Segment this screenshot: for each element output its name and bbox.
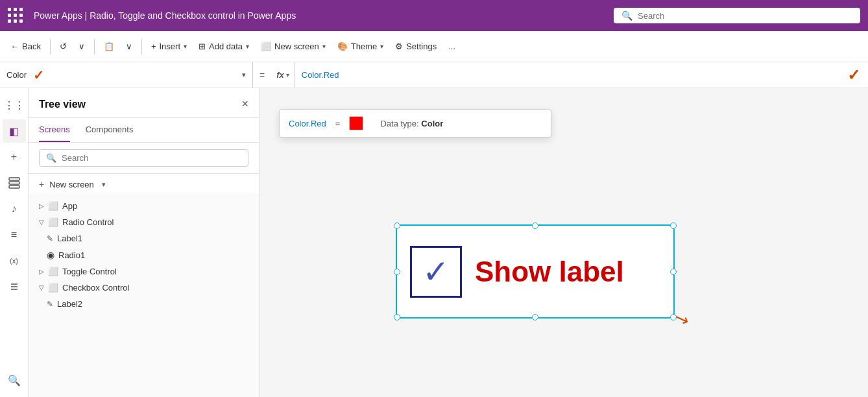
tab-screens[interactable]: Screens (39, 118, 70, 142)
radio-icon: ◉ (47, 250, 54, 260)
data-icon[interactable] (3, 171, 26, 195)
more-button[interactable]: ... (443, 38, 461, 54)
topbar: Power Apps | Radio, Toggle and Checkbox … (0, 0, 868, 31)
checkbox-check-icon: ✓ (422, 256, 450, 288)
undo-button[interactable]: ↺ (54, 38, 72, 54)
panel-search-input[interactable] (62, 153, 241, 163)
formula-property-selector[interactable]: Color ✓ ▾ (0, 62, 253, 88)
tree-item-app[interactable]: ▷ ⬜ App (29, 198, 259, 214)
tree-collapse-icon[interactable]: ▽ (39, 219, 44, 226)
add-data-chevron-icon: ▾ (246, 43, 249, 50)
add-data-button[interactable]: ⊞ Add data ▾ (193, 38, 254, 54)
brush-icon[interactable]: ≡ (3, 223, 26, 247)
insert-chevron-icon: ▾ (184, 43, 187, 50)
settings-button[interactable]: ⚙ Settings (390, 38, 442, 54)
clipboard-button[interactable]: 📋 (99, 38, 119, 54)
autocomplete-type-label: Data type: Color (380, 119, 443, 128)
equals-sign: = (253, 70, 271, 80)
panel-close-button[interactable]: × (241, 97, 248, 111)
sep1 (50, 39, 51, 54)
tree-expand-icon[interactable]: ▷ (39, 202, 44, 210)
grid-icon[interactable]: ⋮⋮ (3, 93, 26, 117)
new-screen-icon: ⬜ (261, 42, 271, 51)
theme-button[interactable]: 🎨 Theme ▾ (332, 38, 389, 54)
tree-item-radio1[interactable]: ◉ Radio1 (29, 247, 259, 263)
new-screen-row[interactable]: + New screen ▾ (29, 174, 259, 195)
tree-item-radio-control[interactable]: ▽ ⬜ Radio Control (29, 214, 259, 230)
redo-dropdown-button[interactable]: ∨ (73, 38, 90, 54)
plus-icon: + (39, 179, 44, 189)
search-icon: 🔍 (46, 153, 56, 163)
tree-item-label1[interactable]: ✎ Label1 (29, 230, 259, 247)
handle-bl[interactable] (394, 314, 400, 320)
tree-view: ▷ ⬜ App ▽ ⬜ Radio Control ✎ Label1 ◉ Rad… (29, 195, 259, 397)
tree-item-label2[interactable]: ✎ Label2 (29, 296, 259, 312)
insert-button[interactable]: + Insert ▾ (146, 38, 192, 54)
handle-br[interactable] (670, 314, 677, 320)
show-label-text: Show label (475, 256, 624, 288)
chevron-down-icon: ∨ (78, 42, 85, 51)
undo-icon: ↺ (60, 42, 67, 51)
autocomplete-eq: = (335, 119, 341, 128)
fx-chevron-icon[interactable]: ▾ (286, 71, 289, 78)
tree-item-label: Radio Control (62, 217, 114, 227)
media-icon[interactable]: ♪ (3, 197, 26, 221)
svg-rect-2 (9, 186, 19, 188)
panel-search-wrap: 🔍 (29, 143, 259, 174)
handle-ml[interactable] (394, 269, 400, 275)
new-screen-button[interactable]: ⬜ New screen ▾ (256, 38, 331, 54)
autocomplete-name: Color.Red (289, 119, 326, 128)
left-icon-bar: ⋮⋮ ◧ + ♪ ≡ (x) 🔍 (0, 88, 29, 397)
side-panel: Tree view × Screens Components 🔍 + New s… (29, 88, 259, 397)
theme-icon: 🎨 (337, 42, 348, 51)
plus-icon: + (151, 42, 156, 51)
frame-icon3: ⬜ (48, 267, 58, 276)
variable-icon[interactable]: (x) (3, 249, 26, 272)
tab-components[interactable]: Components (86, 118, 134, 142)
tree-item-label: Label1 (57, 234, 82, 243)
handle-bm[interactable] (532, 314, 538, 320)
handle-tm[interactable] (532, 223, 538, 229)
add-icon[interactable]: + (3, 145, 26, 169)
svg-rect-1 (9, 182, 19, 184)
chevron-down-icon2: ∨ (126, 42, 132, 51)
handle-tr[interactable] (670, 223, 677, 229)
tree-item-toggle-control[interactable]: ▷ ⬜ Toggle Control (29, 263, 259, 280)
sep3 (141, 39, 142, 54)
label-icon: ✎ (47, 234, 53, 243)
clipboard-dropdown-button[interactable]: ∨ (121, 38, 138, 54)
fx-button[interactable]: fx ▾ (271, 62, 295, 88)
tree-expand-icon2[interactable]: ▷ (39, 268, 44, 275)
layers-icon[interactable]: ◧ (3, 119, 26, 143)
handle-mr[interactable] (670, 269, 677, 275)
fx-label: fx (276, 70, 284, 80)
app-grid-icon[interactable] (8, 8, 23, 23)
formula-input[interactable] (295, 70, 839, 80)
checkbox-widget[interactable]: ✓ Show label ↙ (396, 224, 675, 319)
property-chevron-icon[interactable]: ▾ (242, 71, 246, 79)
tree-item-label: Checkbox Control (62, 283, 129, 293)
panel-tabs: Screens Components (29, 118, 259, 143)
search-bottom-icon[interactable]: 🔍 (3, 368, 26, 392)
tree-item-label: App (62, 201, 77, 211)
property-checkmark: ✓ (33, 67, 44, 83)
topbar-search-input[interactable] (638, 11, 852, 21)
frame-icon: ⬜ (48, 201, 58, 211)
tree-item-label: Label2 (57, 299, 82, 309)
sep2 (94, 39, 95, 54)
back-arrow-icon: ← (10, 42, 19, 51)
tree-item-checkbox-control[interactable]: ▽ ⬜ Checkbox Control (29, 280, 259, 296)
new-screen-chevron-icon[interactable]: ▾ (102, 180, 106, 189)
color-swatch (349, 116, 363, 130)
panel-search-box[interactable]: 🔍 (39, 149, 248, 167)
frame-icon2: ⬜ (48, 217, 58, 227)
clipboard-icon: 📋 (104, 42, 114, 51)
checkbox-control[interactable]: ✓ (410, 246, 462, 298)
tools-icon[interactable] (3, 275, 26, 298)
formula-checkmark[interactable]: ✓ (839, 66, 868, 84)
handle-tl[interactable] (394, 223, 400, 229)
label-icon2: ✎ (47, 300, 53, 309)
back-button[interactable]: ← Back (5, 38, 46, 54)
topbar-search-box[interactable]: 🔍 (614, 8, 860, 23)
tree-collapse-icon2[interactable]: ▽ (39, 284, 44, 291)
